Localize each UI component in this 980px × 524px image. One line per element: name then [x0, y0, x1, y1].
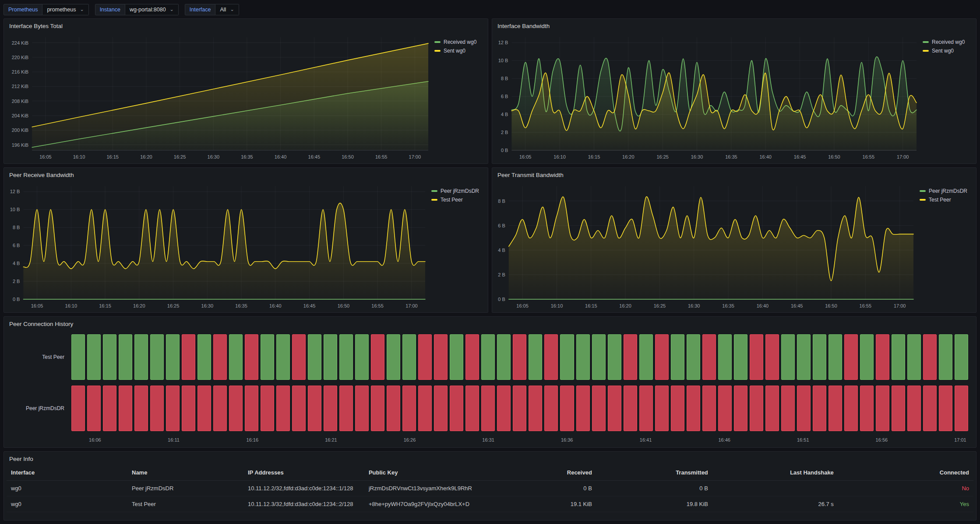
status-cell[interactable] — [355, 334, 369, 380]
status-cell[interactable] — [166, 334, 180, 380]
status-cell[interactable] — [71, 334, 85, 380]
status-cell[interactable] — [718, 334, 732, 380]
status-cell[interactable] — [513, 386, 526, 431]
panel-title[interactable]: Interface Bytes Total — [9, 23, 63, 29]
status-cell[interactable] — [781, 386, 795, 431]
status-cell[interactable] — [955, 386, 968, 431]
status-cell[interactable] — [119, 386, 132, 431]
column-header[interactable]: Connected — [838, 465, 973, 481]
status-cell[interactable] — [150, 334, 164, 380]
status-cell[interactable] — [387, 334, 400, 380]
legend-item[interactable]: Sent wg0 — [923, 48, 973, 54]
status-cell[interactable] — [134, 386, 148, 431]
status-cell[interactable] — [671, 386, 684, 431]
status-cell[interactable] — [450, 386, 463, 431]
status-cell[interactable] — [324, 334, 337, 380]
status-cell[interactable] — [276, 386, 290, 431]
status-cell[interactable] — [71, 386, 85, 431]
status-cell[interactable] — [624, 386, 637, 431]
status-cell[interactable] — [544, 334, 558, 380]
status-cell[interactable] — [923, 334, 937, 380]
status-cell[interactable] — [197, 334, 211, 380]
status-cell[interactable] — [339, 386, 353, 431]
column-header[interactable]: Received — [485, 465, 596, 481]
column-header[interactable]: Public Key — [364, 465, 485, 481]
panel-title[interactable]: Peer Receive Bandwidth — [9, 172, 74, 178]
status-cell[interactable] — [245, 386, 258, 431]
status-cell[interactable] — [402, 334, 416, 380]
status-cell[interactable] — [450, 334, 463, 380]
status-cell[interactable] — [213, 386, 227, 431]
status-cell[interactable] — [134, 334, 148, 380]
status-cell[interactable] — [892, 334, 905, 380]
status-cell[interactable] — [245, 334, 258, 380]
status-cell[interactable] — [765, 386, 779, 431]
panel-title[interactable]: Peer Connection History — [9, 321, 73, 327]
legend-item[interactable]: Test Peer — [431, 197, 484, 203]
status-cell[interactable] — [781, 334, 795, 380]
status-cell[interactable] — [229, 334, 243, 380]
status-cell[interactable] — [544, 386, 558, 431]
status-cell[interactable] — [481, 334, 495, 380]
status-cell[interactable] — [828, 386, 842, 431]
status-cell[interactable] — [339, 334, 353, 380]
status-cell[interactable] — [608, 334, 621, 380]
interface-bytes-total-chart[interactable]: 196 KiB200 KiB204 KiB208 KiB212 KiB216 K… — [6, 32, 484, 162]
status-cell[interactable] — [860, 334, 874, 380]
status-cell[interactable] — [608, 386, 621, 431]
status-cell[interactable] — [797, 334, 811, 380]
status-cell[interactable] — [844, 386, 858, 431]
status-cell[interactable] — [481, 386, 495, 431]
status-cell[interactable] — [213, 334, 227, 380]
status-cell[interactable] — [292, 334, 306, 380]
status-cell[interactable] — [797, 386, 811, 431]
status-cell[interactable] — [182, 386, 195, 431]
status-cell[interactable] — [371, 386, 384, 431]
status-cell[interactable] — [87, 386, 101, 431]
peer-connection-history-chart[interactable]: Test PeerPeer jRzmDsDR16:0616:1116:1616:… — [6, 330, 973, 446]
status-cell[interactable] — [702, 386, 716, 431]
status-cell[interactable] — [844, 334, 858, 380]
status-cell[interactable] — [87, 334, 101, 380]
status-cell[interactable] — [876, 334, 889, 380]
panel-title[interactable]: Interface Bandwidth — [497, 23, 550, 29]
status-cell[interactable] — [907, 386, 921, 431]
status-cell[interactable] — [592, 386, 606, 431]
status-cell[interactable] — [687, 334, 700, 380]
status-cell[interactable] — [182, 334, 195, 380]
status-cell[interactable] — [813, 334, 826, 380]
status-cell[interactable] — [355, 386, 369, 431]
status-cell[interactable] — [465, 334, 479, 380]
status-cell[interactable] — [860, 386, 874, 431]
status-cell[interactable] — [434, 386, 448, 431]
status-cell[interactable] — [418, 386, 432, 431]
status-cell[interactable] — [261, 386, 274, 431]
status-cell[interactable] — [465, 386, 479, 431]
status-cell[interactable] — [434, 334, 448, 380]
var-instance-select[interactable]: wg-portal:8080 ⌄ — [125, 4, 179, 15]
status-cell[interactable] — [402, 386, 416, 431]
peer-receive-bandwidth-chart[interactable]: 0 B2 B4 B6 B8 B10 B12 B16:0516:1016:1516… — [6, 181, 484, 311]
status-cell[interactable] — [939, 386, 952, 431]
status-cell[interactable] — [560, 334, 574, 380]
peer-transmit-bandwidth-chart[interactable]: 0 B2 B4 B6 B8 B16:0516:1016:1516:2016:25… — [494, 181, 973, 311]
column-header[interactable]: Last Handshake — [712, 465, 838, 481]
status-cell[interactable] — [876, 386, 889, 431]
status-cell[interactable] — [261, 334, 274, 380]
status-cell[interactable] — [276, 334, 290, 380]
legend-item[interactable]: Received wg0 — [434, 39, 484, 45]
status-cell[interactable] — [592, 334, 606, 380]
status-cell[interactable] — [576, 386, 590, 431]
status-cell[interactable] — [166, 386, 180, 431]
status-cell[interactable] — [624, 334, 637, 380]
status-cell[interactable] — [324, 386, 337, 431]
var-prometheus-select[interactable]: prometheus ⌄ — [42, 4, 88, 15]
status-cell[interactable] — [671, 334, 684, 380]
status-cell[interactable] — [939, 334, 952, 380]
status-cell[interactable] — [907, 334, 921, 380]
status-cell[interactable] — [387, 386, 400, 431]
status-cell[interactable] — [119, 334, 132, 380]
status-cell[interactable] — [813, 386, 826, 431]
status-cell[interactable] — [639, 334, 653, 380]
status-cell[interactable] — [750, 334, 763, 380]
